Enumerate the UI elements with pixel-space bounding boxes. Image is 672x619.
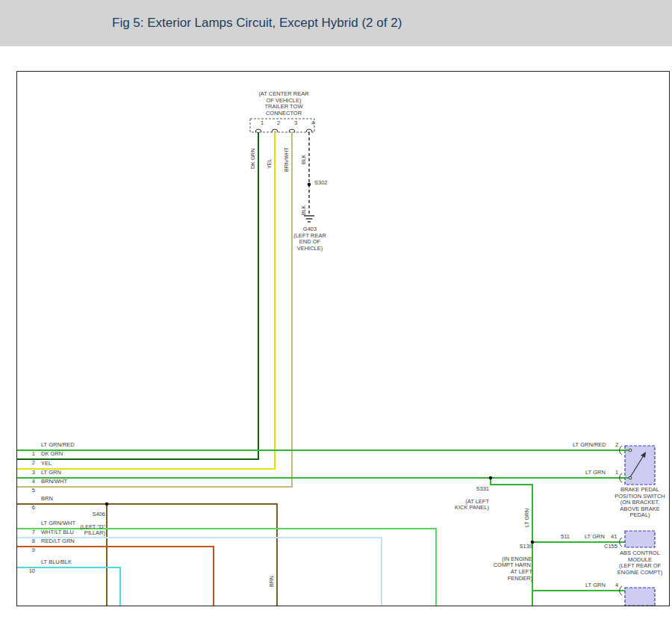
wiring-svg [17, 72, 669, 606]
splice-s331-location: (AT LEFT KICK PANEL) [429, 499, 489, 511]
left-wire-10: LT BLU/BLK [41, 559, 72, 566]
splice-s406-name: S406 [56, 511, 105, 518]
figure-title: Fig 5: Exterior Lamps Circuit, Except Hy… [112, 0, 402, 46]
splice-s331-name: S331 [429, 486, 489, 493]
splice-s139-location: (IN ENGINE COMPT HARN, AT LEFT FENDER) [470, 556, 532, 582]
wire-wht-lt-blu [17, 538, 382, 606]
left-pin-7: 7 [22, 529, 35, 536]
abs-module-label: ABS CONTROL MODULE (LEFT REAR OF ENGINE … [604, 550, 670, 576]
wire-dk-grn [17, 132, 258, 459]
splice-dot-s302 [308, 183, 311, 187]
left-pin-10: 10 [22, 568, 35, 575]
splice-dot-s406 [105, 503, 109, 506]
bottom-module-box [625, 588, 655, 606]
left-wire-6: BRN [41, 496, 53, 503]
bottom-brn-label: BRN [267, 564, 276, 587]
wire-label-brn-wht: BRN/WHT [282, 134, 290, 172]
trailer-connector-label: (AT CENTER REAR OF VEHICLE) TRAILER TOW … [238, 91, 329, 116]
left-wire-4: LT GRN [41, 470, 61, 476]
ground-g403-label: G403 (LEFT REAR END OF VEHICLE) [281, 226, 339, 252]
left-pin-1: 1 [22, 451, 35, 458]
left-pin-4: 4 [22, 479, 35, 485]
wire-brn-wht [17, 132, 292, 487]
wire-label-yel: YEL [265, 134, 273, 169]
trailer-pin-4: 4 [311, 120, 314, 127]
bottom-wire-label: LT GRN [585, 582, 606, 589]
abs-circuit-number: 511 [561, 534, 570, 541]
left-wire-1: LT GRN/RED [41, 442, 75, 449]
abs-module-box [625, 531, 655, 547]
wire-label-dk-grn: DK GRN [249, 134, 257, 169]
splice-s406-location: (LEFT "D" PILLAR) [56, 524, 105, 537]
wire-yel [17, 132, 275, 469]
left-pin-6: 6 [22, 505, 35, 511]
brake-switch-box [625, 446, 655, 485]
splice-s139-label: S139 (IN ENGINE COMPT HARN, AT LEFT FEND… [470, 537, 532, 588]
brake-pin-bottom: 1 [615, 470, 618, 476]
abs-pin: 41 [611, 534, 617, 541]
brake-switch-label: BRAKE PEDAL POSITION SWITCH (ON BRACKET,… [604, 487, 670, 519]
left-wire-2: DK GRN [41, 451, 63, 458]
ground-symbol [304, 216, 314, 222]
splice-s302-label: S302 [314, 180, 328, 187]
splice-s139-name: S139 [470, 544, 532, 550]
splice-s331-label: S331 (AT LEFT KICK PANEL) [429, 479, 489, 518]
branch-lt-grn-label: LT GRN [523, 500, 531, 527]
left-wire-3: YEL [41, 461, 52, 467]
wire-label-blk: BLK [299, 134, 308, 164]
trailer-connector-box [250, 119, 314, 132]
left-pin-5: 5 [22, 488, 35, 494]
trailer-pin-3: 3 [294, 120, 297, 127]
trailer-pin-2: 2 [277, 120, 280, 127]
bottom-pin: 4 [615, 582, 618, 589]
left-pin-8: 8 [22, 538, 35, 545]
splice-s406-label: S406 (LEFT "D" PILLAR) [56, 505, 105, 544]
figure-title-bar: Fig 5: Exterior Lamps Circuit, Except Hy… [0, 0, 672, 46]
abs-wire-label: LT GRN [585, 534, 605, 541]
wire-label-blk-2: BLK [299, 190, 308, 215]
brake-wire-bottom-label: LT GRN [585, 470, 606, 476]
left-pin-9: 9 [22, 547, 35, 554]
wiring-diagram-canvas: (AT CENTER REAR OF VEHICLE) TRAILER TOW … [16, 71, 670, 606]
trailer-pin-1: 1 [261, 120, 264, 127]
abs-connector-id: C155 [604, 544, 617, 550]
wire-red-lt-grn [17, 547, 214, 606]
left-pin-2: 2 [22, 460, 35, 467]
splice-dot-s331 [489, 476, 493, 480]
brake-pin-top: 2 [615, 442, 618, 449]
brake-wire-top-label: LT GRN/RED [573, 442, 606, 449]
left-wire-5: BRN/WHT [41, 479, 67, 485]
left-pin-3: 3 [22, 470, 35, 476]
